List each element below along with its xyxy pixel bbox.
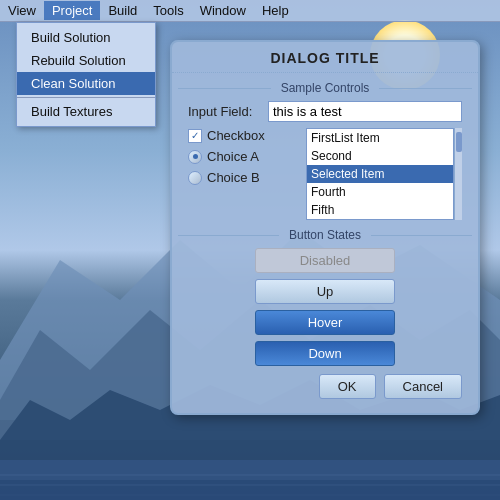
checkbox-item[interactable]: ✓ Checkbox (188, 128, 298, 143)
menu-rebuild-solution[interactable]: Rebuild Solution (17, 49, 155, 72)
btn-up[interactable]: Up (255, 279, 395, 304)
choice-a-label: Choice A (207, 149, 259, 164)
ok-button[interactable]: OK (319, 374, 376, 399)
menu-item-tools[interactable]: Tools (145, 1, 191, 20)
dropdown-divider (17, 97, 155, 98)
dialog: DIALOG TITLE Sample Controls Input Field… (170, 40, 480, 415)
choice-b-label: Choice B (207, 170, 260, 185)
menu-clean-solution[interactable]: Clean Solution (17, 72, 155, 95)
list-item-0[interactable]: FirstList Item (307, 129, 453, 147)
input-field-label: Input Field: (188, 104, 268, 119)
menu-item-project[interactable]: Project (44, 1, 100, 20)
input-row: Input Field: (188, 101, 462, 122)
svg-rect-4 (0, 460, 500, 480)
listbox[interactable]: FirstList Item Second Selected Item Four… (306, 128, 454, 220)
choice-a-radio[interactable] (188, 150, 202, 164)
btn-disabled: Disabled (255, 248, 395, 273)
dialog-title: DIALOG TITLE (172, 42, 478, 73)
section-label-controls: Sample Controls (172, 81, 478, 95)
menu-build-textures[interactable]: Build Textures (17, 100, 155, 123)
left-controls: ✓ Checkbox Choice A Choice B (188, 128, 298, 220)
menubar: View Project Build Tools Window Help (0, 0, 500, 22)
listbox-container: FirstList Item Second Selected Item Four… (306, 128, 462, 220)
list-item-4[interactable]: Fifth (307, 201, 453, 219)
choice-a-item[interactable]: Choice A (188, 149, 298, 164)
menu-build-solution[interactable]: Build Solution (17, 26, 155, 49)
checkbox-label: Checkbox (207, 128, 265, 143)
input-field[interactable] (268, 101, 462, 122)
btn-down[interactable]: Down (255, 341, 395, 366)
menu-item-help[interactable]: Help (254, 1, 297, 20)
dialog-footer: OK Cancel (188, 374, 462, 399)
choice-b-radio[interactable] (188, 171, 202, 185)
menu-item-build[interactable]: Build (100, 1, 145, 20)
controls-row: ✓ Checkbox Choice A Choice B FirstList I… (188, 128, 462, 220)
radio-dot (193, 154, 198, 159)
choice-b-item[interactable]: Choice B (188, 170, 298, 185)
menu-item-view[interactable]: View (0, 1, 44, 20)
button-states: Disabled Up Hover Down (188, 248, 462, 366)
project-dropdown-menu: Build Solution Rebuild Solution Clean So… (16, 22, 156, 127)
section-label-buttons: Button States (172, 228, 478, 242)
list-item-1[interactable]: Second (307, 147, 453, 165)
listbox-scrollbar[interactable] (454, 128, 462, 220)
list-item-2[interactable]: Selected Item (307, 165, 453, 183)
checkbox-box[interactable]: ✓ (188, 129, 202, 143)
scrollbar-thumb[interactable] (456, 132, 462, 152)
list-item-3[interactable]: Fourth (307, 183, 453, 201)
svg-rect-3 (0, 460, 500, 500)
menu-item-window[interactable]: Window (192, 1, 254, 20)
btn-hover[interactable]: Hover (255, 310, 395, 335)
cancel-button[interactable]: Cancel (384, 374, 462, 399)
